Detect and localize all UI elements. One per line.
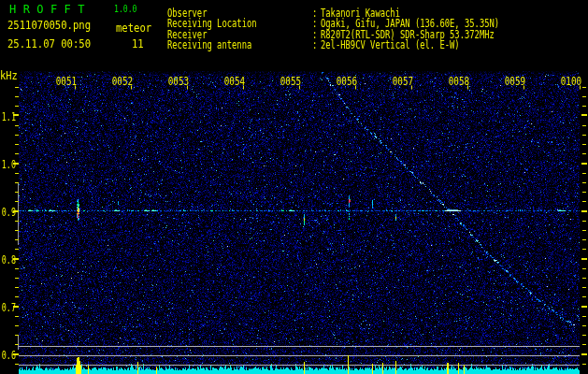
y-axis-unit-label: kHz: [0, 69, 18, 81]
time-tick-label: 0054: [224, 75, 242, 87]
time-tick-label: 0057: [393, 75, 410, 87]
app-title: H R O F F T: [9, 4, 85, 15]
info-value: 2el-HB9CV Vertical (el. E-W): [321, 39, 460, 50]
time-tick-label: 0059: [505, 75, 523, 87]
freq-tick-label: 0.6: [2, 350, 12, 361]
info-label: Receiving antenna: [167, 39, 251, 50]
freq-tick-label: 0.9: [2, 207, 12, 218]
freq-tick-label: 0.7: [2, 302, 12, 313]
freq-tick-label: 0.8: [2, 254, 12, 266]
datetime-label: 25.11.07 00:50: [7, 38, 91, 50]
hrofft-screen: H R O F F T 1.0.0 2511070050.png meteor …: [0, 0, 588, 374]
echo-count: 11: [132, 38, 144, 50]
time-tick-label: 0058: [449, 75, 466, 87]
time-tick-label: 0100: [561, 75, 579, 87]
app-version: 1.0.0: [114, 4, 137, 14]
time-tick-label: 0051: [56, 75, 74, 87]
time-tick-label: 0052: [112, 75, 130, 87]
filename-label: 2511070050.png: [7, 20, 91, 31]
time-tick-label: 0055: [280, 75, 298, 87]
info-separator: :: [312, 39, 317, 50]
time-tick-label: 0053: [168, 75, 186, 87]
freq-tick-label: 1.1: [2, 111, 12, 122]
time-tick-label: 0056: [337, 75, 354, 87]
spectrogram-canvas: [0, 0, 588, 374]
mode-label: meteor: [116, 22, 151, 34]
freq-tick-label: 1.0: [2, 159, 12, 170]
